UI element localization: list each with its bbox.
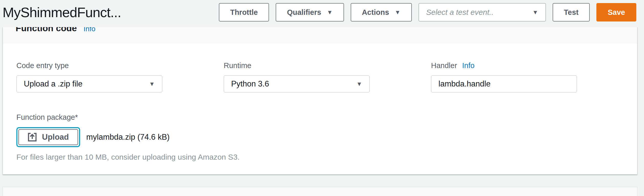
function-code-info-link[interactable]: Info xyxy=(83,27,95,33)
handler-label: Handler xyxy=(431,61,457,70)
function-code-heading-row: Function code Info xyxy=(16,27,637,33)
code-settings-grid: Code entry type Upload a .zip file ▼ Run… xyxy=(16,61,624,92)
code-entry-type-value: Upload a .zip file xyxy=(24,79,82,89)
function-header-bar: MyShimmedFunct... Throttle Qualifiers ▼ … xyxy=(0,0,644,27)
chevron-down-icon: ▼ xyxy=(356,81,362,87)
runtime-select[interactable]: Python 3.6 ▼ xyxy=(224,75,370,92)
runtime-value: Python 3.6 xyxy=(231,79,269,89)
actions-button-label: Actions xyxy=(362,8,389,17)
chevron-down-icon: ▼ xyxy=(327,9,333,15)
function-code-panel-body: Code entry type Upload a .zip file ▼ Run… xyxy=(3,43,637,161)
header-controls: Throttle Qualifiers ▼ Actions ▼ Select a… xyxy=(219,3,636,21)
chevron-down-icon: ▼ xyxy=(395,9,401,15)
chevron-down-icon: ▼ xyxy=(532,9,538,15)
throttle-button[interactable]: Throttle xyxy=(219,3,269,21)
chevron-down-icon: ▼ xyxy=(149,81,155,87)
handler-info-link[interactable]: Info xyxy=(462,61,475,70)
function-name-title: MyShimmedFunct... xyxy=(3,4,121,20)
qualifiers-button-label: Qualifiers xyxy=(287,8,321,17)
handler-input[interactable] xyxy=(431,75,577,92)
save-button[interactable]: Save xyxy=(596,3,636,21)
throttle-button-label: Throttle xyxy=(230,8,258,17)
qualifiers-dropdown-button[interactable]: Qualifiers ▼ xyxy=(276,3,344,21)
upload-button-label: Upload xyxy=(42,133,69,142)
handler-field: Handler Info xyxy=(431,61,577,92)
function-package-label: Function package* xyxy=(16,113,624,122)
upload-button[interactable]: Upload xyxy=(18,129,78,145)
function-code-panel: Function code Info Code entry type Uploa… xyxy=(3,27,637,175)
test-button[interactable]: Test xyxy=(553,3,590,21)
upload-button-focus-ring: Upload xyxy=(16,127,80,147)
actions-dropdown-button[interactable]: Actions ▼ xyxy=(351,3,412,21)
handler-label-row: Handler Info xyxy=(431,61,577,70)
next-panel-top-sliver xyxy=(3,187,637,196)
test-event-select[interactable]: Select a test event.. ▼ xyxy=(418,3,546,21)
test-event-select-placeholder: Select a test event.. xyxy=(426,8,493,17)
code-entry-type-field: Code entry type Upload a .zip file ▼ xyxy=(16,61,162,92)
uploaded-file-info: mylambda.zip (74.6 kB) xyxy=(86,133,170,142)
test-button-label: Test xyxy=(564,8,578,17)
function-code-panel-header: Function code Info xyxy=(3,27,637,43)
code-entry-type-select[interactable]: Upload a .zip file ▼ xyxy=(16,75,162,92)
upload-helper-text: For files larger than 10 MB, consider up… xyxy=(16,153,624,161)
save-button-label: Save xyxy=(608,8,625,17)
code-entry-type-label: Code entry type xyxy=(16,61,162,70)
runtime-field: Runtime Python 3.6 ▼ xyxy=(224,61,370,92)
function-code-heading: Function code xyxy=(16,27,77,33)
upload-icon xyxy=(28,133,37,142)
runtime-label: Runtime xyxy=(224,61,370,70)
function-package-row: Upload mylambda.zip (74.6 kB) xyxy=(16,127,624,147)
function-header-row: MyShimmedFunct... Throttle Qualifiers ▼ … xyxy=(0,0,644,25)
